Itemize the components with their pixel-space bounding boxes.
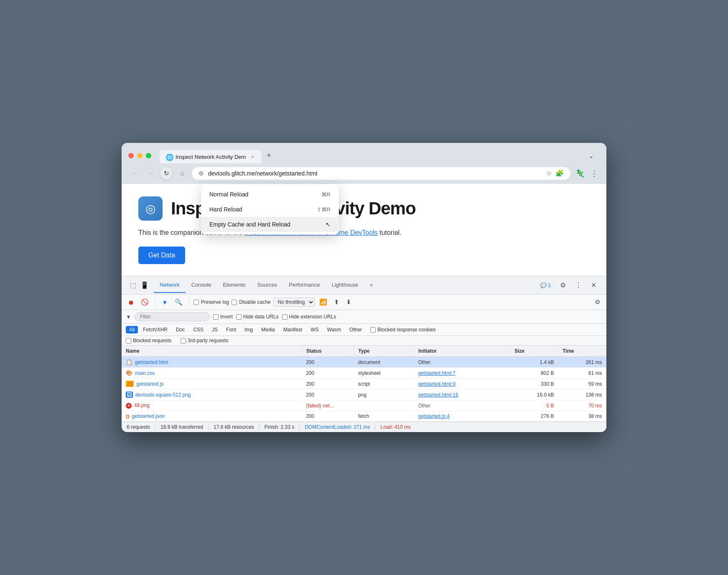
third-party-checkbox[interactable]: [181, 338, 186, 343]
filter-toggle-button[interactable]: ▼: [160, 298, 170, 307]
type-fetch-xhr-button[interactable]: Fetch/XHR: [140, 326, 171, 333]
normal-reload-item[interactable]: Normal Reload ⌘R: [201, 187, 339, 202]
disable-cache-checkbox[interactable]: [232, 300, 237, 305]
devtools-settings-icon[interactable]: ⚙: [557, 279, 569, 292]
export-button[interactable]: ⬆: [332, 297, 341, 307]
size-cell: 16.0 kB: [510, 389, 558, 400]
url-text: devtools.glitch.me/network/getstarted.ht…: [208, 170, 542, 177]
type-media-button[interactable]: Media: [258, 326, 278, 333]
type-css-button[interactable]: CSS: [190, 326, 207, 333]
extension-button[interactable]: 🧩: [555, 169, 564, 177]
bookmark-button[interactable]: ☆: [546, 169, 552, 177]
file-name: getstarted.html: [135, 359, 168, 365]
initiator-link[interactable]: getstarted.html:16: [418, 392, 458, 398]
table-row[interactable]: 🎨main.css 200 stylesheet getstarted.html…: [122, 368, 606, 379]
more-button[interactable]: ⋮: [589, 167, 600, 180]
minimize-traffic-light[interactable]: [137, 153, 143, 158]
search-button[interactable]: 🔍: [173, 297, 185, 307]
close-traffic-light[interactable]: [128, 153, 134, 158]
type-other-button[interactable]: Other: [346, 326, 365, 333]
clear-button[interactable]: 🚫: [139, 297, 151, 307]
network-table: Name Status Type Initiator Size Time 📋ge…: [122, 346, 606, 422]
type-js-button[interactable]: JS: [209, 326, 221, 333]
name-cell: 📋getstarted.html: [122, 357, 302, 368]
name-cell: ✕48.png: [122, 400, 302, 411]
devtools-more-icon[interactable]: ⋮: [572, 279, 585, 292]
size-cell: 1.4 kB: [510, 357, 558, 368]
type-img-button[interactable]: Img: [241, 326, 256, 333]
tab-dropdown-button[interactable]: ⌄: [583, 149, 600, 163]
device-toolbar-icon[interactable]: 📱: [139, 280, 150, 291]
name-cell: JSgetstarted.js: [122, 379, 302, 389]
table-row[interactable]: 🖼devtools-square-512.png 200 png getstar…: [122, 389, 606, 400]
home-button[interactable]: ⌂: [176, 167, 188, 180]
file-name: getstarted.json: [132, 413, 165, 419]
tab-network[interactable]: Network: [154, 277, 186, 293]
hide-data-urls-checkbox[interactable]: [236, 314, 242, 320]
preserve-log-checkbox[interactable]: [193, 300, 199, 305]
maximize-traffic-light[interactable]: [146, 153, 151, 158]
tab-close-button[interactable]: ×: [249, 153, 256, 160]
tab-elements[interactable]: Elements: [217, 277, 251, 293]
initiator-link[interactable]: getstarted.html:7: [418, 370, 456, 376]
initiator-link[interactable]: getstarted.js:4: [418, 413, 450, 419]
hide-data-urls-label[interactable]: Hide data URLs: [236, 314, 279, 320]
table-row[interactable]: ✕48.png (failed) net... Other 0 B 70 ms: [122, 400, 606, 411]
initiator-cell: getstarted.js:4: [414, 411, 510, 421]
type-doc-button[interactable]: Doc: [173, 326, 188, 333]
active-tab[interactable]: 🌐 Inspect Network Activity Dem ×: [160, 150, 262, 163]
hard-reload-item[interactable]: Hard Reload ⇧⌘R: [201, 202, 339, 217]
empty-cache-item[interactable]: Empty Cache and Hard Reload ↖: [201, 217, 339, 232]
blocked-response-label[interactable]: Blocked response cookies: [370, 327, 435, 333]
url-bar[interactable]: ⚙ devtools.glitch.me/network/getstarted.…: [192, 167, 570, 180]
console-badge[interactable]: 💬 1: [537, 282, 554, 289]
reload-context-menu: Normal Reload ⌘R Hard Reload ⇧⌘R Empty C…: [201, 184, 339, 234]
online-icon[interactable]: 📶: [317, 297, 329, 307]
filter-input[interactable]: [135, 312, 210, 321]
file-name: 48.png: [134, 402, 150, 408]
new-tab-button[interactable]: +: [262, 148, 276, 163]
filter-icon-button[interactable]: ▼: [126, 314, 131, 320]
throttle-select[interactable]: No throttling: [273, 298, 315, 307]
initiator-link[interactable]: getstarted.html:9: [418, 381, 456, 387]
type-font-button[interactable]: Font: [223, 326, 239, 333]
blocked-requests-label[interactable]: Blocked requests: [126, 338, 171, 343]
size-cell: 0 B: [510, 400, 558, 411]
hide-ext-urls-label[interactable]: Hide extension URLs: [282, 314, 336, 320]
tab-performance[interactable]: Performance: [283, 277, 326, 293]
third-party-label[interactable]: 3rd-party requests: [181, 338, 228, 343]
tab-console[interactable]: Console: [186, 277, 217, 293]
type-wasm-button[interactable]: Wasm: [324, 326, 345, 333]
size-cell: 802 B: [510, 368, 558, 379]
back-button[interactable]: ←: [128, 167, 141, 180]
type-ws-button[interactable]: WS: [307, 326, 322, 333]
table-row[interactable]: {}getstarted.json 200 fetch getstarted.j…: [122, 411, 606, 421]
stop-recording-button[interactable]: ⏺: [126, 298, 136, 307]
avatar-button[interactable]: 🦎: [574, 167, 586, 180]
preserve-log-label[interactable]: Preserve log: [193, 299, 229, 305]
type-all-button[interactable]: All: [126, 326, 138, 333]
tab-more[interactable]: »: [364, 277, 379, 293]
import-button[interactable]: ⬇: [344, 297, 354, 307]
invert-checkbox[interactable]: [213, 314, 219, 320]
tab-sources[interactable]: Sources: [252, 277, 283, 293]
blocked-requests-text: Blocked requests: [133, 338, 171, 343]
get-data-button[interactable]: Get Data: [138, 247, 185, 264]
initiator-cell: getstarted.html:7: [414, 368, 510, 379]
devtools-close-icon[interactable]: ✕: [588, 279, 600, 292]
disable-cache-label[interactable]: Disable cache: [232, 299, 270, 305]
invert-checkbox-label[interactable]: Invert: [213, 314, 233, 320]
inspect-element-icon[interactable]: ⬚: [128, 280, 138, 291]
reload-button[interactable]: ↻: [160, 167, 173, 180]
tab-lighthouse[interactable]: Lighthouse: [326, 277, 364, 293]
hide-ext-urls-checkbox[interactable]: [282, 314, 288, 320]
blocked-response-checkbox[interactable]: [370, 327, 376, 333]
table-row[interactable]: 📋getstarted.html 200 document Other 1.4 …: [122, 357, 606, 368]
network-settings-button[interactable]: ⚙: [593, 297, 602, 307]
address-bar: ← → ↻ ⌂ ⚙ devtools.glitch.me/network/get…: [122, 163, 606, 184]
forward-button[interactable]: →: [144, 167, 157, 180]
blocked-requests-checkbox[interactable]: [126, 338, 131, 343]
type-manifest-button[interactable]: Manifest: [280, 326, 305, 333]
invert-label: Invert: [220, 314, 233, 320]
table-row[interactable]: JSgetstarted.js 200 script getstarted.ht…: [122, 379, 606, 389]
